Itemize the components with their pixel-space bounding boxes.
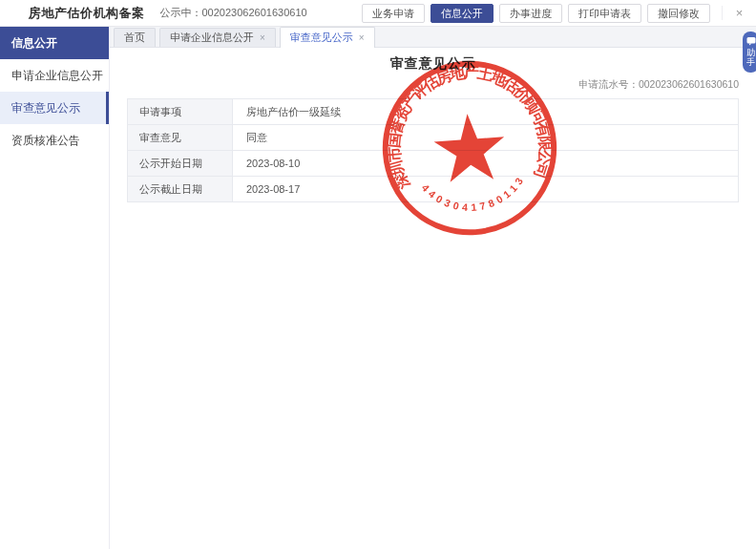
publicity-status: 公示中：002023062601630610 — [160, 6, 307, 20]
sidebar-item-review-opinion[interactable]: 审查意见公示 — [0, 92, 109, 124]
print-application-button[interactable]: 打印申请表 — [568, 4, 641, 23]
tab-review-opinion[interactable]: 审查意见公示 × — [280, 27, 375, 48]
row-value: 2023-08-10 — [233, 151, 738, 176]
chat-bubble-icon — [746, 36, 756, 46]
business-apply-button[interactable]: 业务申请 — [362, 4, 425, 23]
sidebar: 信息公开 申请企业信息公开 审查意见公示 资质核准公告 — [0, 27, 110, 549]
main-area: 首页 申请企业信息公开 × 审查意见公示 × 审查意见公示 申请流水号：0020… — [110, 27, 756, 549]
serial-value: 002023062601630610 — [639, 78, 739, 90]
application-serial: 申请流水号：002023062601630610 — [110, 78, 756, 92]
table-row: 公示开始日期 2023-08-10 — [128, 151, 738, 177]
sidebar-item-enterprise-info[interactable]: 申请企业信息公开 — [0, 59, 109, 92]
row-label: 申请事项 — [128, 99, 233, 124]
assistant-label: 助手 — [746, 48, 756, 67]
tab-close-icon[interactable]: × — [359, 32, 365, 43]
tab-home-label: 首页 — [124, 31, 145, 45]
serial-label: 申请流水号： — [578, 78, 639, 90]
sidebar-title: 信息公开 — [0, 27, 109, 59]
tab-enterprise-info-label: 申请企业信息公开 — [170, 31, 254, 45]
status-label: 公示中： — [160, 7, 202, 18]
tab-bar: 首页 申请企业信息公开 × 审查意见公示 × — [110, 27, 756, 48]
tab-close-icon[interactable]: × — [260, 32, 265, 43]
close-icon[interactable]: × — [722, 6, 745, 20]
app-title: 房地产估价机构备案 — [29, 5, 145, 22]
tab-home[interactable]: 首页 — [114, 28, 156, 47]
row-value: 2023-08-17 — [233, 177, 738, 201]
progress-button[interactable]: 办事进度 — [499, 4, 562, 23]
assistant-button[interactable]: 助手 — [743, 32, 756, 73]
table-row: 审查意见 同意 — [128, 125, 738, 151]
review-detail-table: 申请事项 房地产估价一级延续 审查意见 同意 公示开始日期 2023-08-10… — [127, 98, 739, 202]
row-label: 审查意见 — [128, 125, 233, 150]
row-label: 公示开始日期 — [128, 151, 233, 176]
info-disclosure-button[interactable]: 信息公开 — [430, 4, 494, 23]
status-value: 002023062601630610 — [202, 7, 307, 18]
row-label: 公示截止日期 — [128, 177, 233, 201]
app-window: 房地产估价机构备案 公示中：002023062601630610 业务申请 信息… — [0, 0, 756, 549]
tab-review-opinion-label: 审查意见公示 — [290, 31, 353, 45]
withdraw-modify-button[interactable]: 撤回修改 — [647, 4, 710, 23]
top-header-bar: 房地产估价机构备案 公示中：002023062601630610 业务申请 信息… — [0, 0, 756, 27]
page-title: 审查意见公示 — [110, 55, 756, 73]
content-panel: 审查意见公示 申请流水号：002023062601630610 申请事项 房地产… — [110, 48, 756, 549]
row-value: 房地产估价一级延续 — [233, 99, 738, 124]
table-row: 申请事项 房地产估价一级延续 — [128, 99, 738, 125]
top-nav-buttons: 业务申请 信息公开 办事进度 打印申请表 撤回修改 × — [362, 4, 745, 23]
row-value: 同意 — [233, 125, 738, 150]
tab-enterprise-info[interactable]: 申请企业信息公开 × — [159, 28, 276, 47]
sidebar-item-qualification-notice[interactable]: 资质核准公告 — [0, 124, 109, 157]
table-row: 公示截止日期 2023-08-17 — [128, 177, 738, 202]
